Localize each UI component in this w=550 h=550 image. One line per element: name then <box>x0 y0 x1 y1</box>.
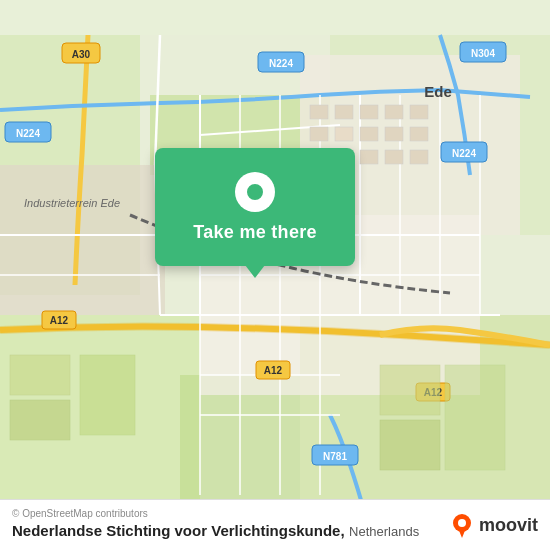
svg-point-77 <box>458 519 466 527</box>
footer: © OpenStreetMap contributors Nederlandse… <box>0 499 550 550</box>
moovit-logo: moovit <box>449 512 538 538</box>
svg-text:A30: A30 <box>72 49 91 60</box>
svg-text:Ede: Ede <box>424 83 452 100</box>
svg-rect-56 <box>360 105 378 119</box>
svg-rect-69 <box>10 355 70 395</box>
svg-rect-58 <box>310 127 328 141</box>
svg-rect-57 <box>385 105 403 119</box>
svg-rect-74 <box>445 365 505 470</box>
svg-text:N781: N781 <box>323 451 347 462</box>
svg-rect-55 <box>335 105 353 119</box>
svg-text:A12: A12 <box>264 365 283 376</box>
moovit-icon <box>449 512 475 538</box>
svg-rect-73 <box>380 420 440 470</box>
svg-text:Industrieterrein Ede: Industrieterrein Ede <box>24 197 120 209</box>
svg-rect-67 <box>385 150 403 164</box>
svg-rect-71 <box>80 355 135 435</box>
svg-rect-9 <box>0 165 165 315</box>
location-pin-inner <box>247 184 263 200</box>
svg-rect-61 <box>385 127 403 141</box>
location-pin-icon <box>235 172 275 212</box>
svg-rect-59 <box>335 127 353 141</box>
organization-country: Netherlands <box>349 524 419 539</box>
svg-text:A12: A12 <box>50 315 69 326</box>
svg-text:N224: N224 <box>269 58 293 69</box>
organization-name: Nederlandse Stichting voor Verlichtingsk… <box>12 522 345 539</box>
map-background: A30 N224 N304 N224 N224 A12 A12 A12 N781… <box>0 0 550 550</box>
svg-text:N224: N224 <box>16 128 40 139</box>
svg-rect-68 <box>410 150 428 164</box>
map-container: A30 N224 N304 N224 N224 A12 A12 A12 N781… <box>0 0 550 550</box>
svg-rect-63 <box>410 127 428 141</box>
svg-marker-76 <box>458 528 466 538</box>
svg-rect-72 <box>380 365 440 415</box>
svg-rect-54 <box>310 105 328 119</box>
popup-card: Take me there <box>155 148 355 266</box>
svg-rect-66 <box>360 150 378 164</box>
moovit-text: moovit <box>479 515 538 536</box>
take-me-there-button[interactable]: Take me there <box>193 222 317 243</box>
svg-text:N224: N224 <box>452 148 476 159</box>
svg-text:N304: N304 <box>471 48 495 59</box>
svg-rect-62 <box>410 105 428 119</box>
svg-rect-60 <box>360 127 378 141</box>
svg-rect-70 <box>10 400 70 440</box>
